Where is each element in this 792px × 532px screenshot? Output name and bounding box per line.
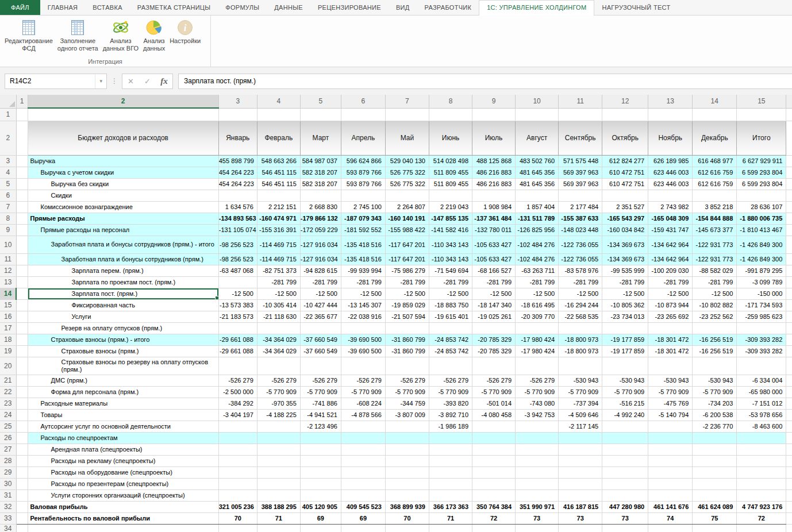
cell[interactable]: 526 775 322 <box>385 178 429 190</box>
cell[interactable]: -20 309 770 <box>516 311 559 322</box>
cell[interactable] <box>516 467 559 478</box>
cell[interactable] <box>16 467 28 478</box>
cell-overflow[interactable] <box>786 501 792 512</box>
cell[interactable] <box>218 421 257 432</box>
cell[interactable]: 626 189 985 <box>648 155 693 167</box>
column-header-7[interactable]: 7 <box>385 95 429 108</box>
cell[interactable] <box>341 322 385 334</box>
row-header[interactable]: 30 <box>0 478 16 489</box>
cell[interactable]: -259 985 623 <box>737 311 786 322</box>
cell[interactable]: 455 898 799 <box>218 155 257 167</box>
row-label[interactable]: Форма для персонала (прям.) <box>28 386 218 398</box>
cell[interactable]: -127 916 034 <box>300 236 341 253</box>
cell[interactable]: -37 660 549 <box>300 334 341 345</box>
cell[interactable]: -5 140 794 <box>648 409 693 421</box>
month-header-cell[interactable]: Сентябрь <box>559 121 602 155</box>
cell[interactable] <box>341 455 385 467</box>
cell[interactable]: -134 642 964 <box>648 253 693 265</box>
cell[interactable]: 596 624 866 <box>341 155 385 167</box>
cell[interactable]: 610 472 751 <box>602 178 648 190</box>
cell[interactable] <box>257 322 300 334</box>
cell[interactable] <box>341 432 385 444</box>
row-header[interactable]: 3 <box>0 155 16 167</box>
cell[interactable] <box>257 421 300 432</box>
cell[interactable]: -10 305 414 <box>257 299 300 311</box>
month-header-cell[interactable]: Декабрь <box>693 121 737 155</box>
cell[interactable]: 70 <box>218 512 257 524</box>
cell-overflow[interactable] <box>786 276 792 288</box>
cell-overflow[interactable] <box>786 455 792 467</box>
cell[interactable] <box>602 190 648 201</box>
cell[interactable] <box>16 455 28 467</box>
row-header[interactable]: 16 <box>0 311 16 322</box>
cell[interactable] <box>737 478 786 489</box>
cell[interactable] <box>300 357 341 375</box>
cell[interactable]: 454 264 223 <box>218 178 257 190</box>
cell[interactable]: 529 040 130 <box>385 155 429 167</box>
cell[interactable] <box>300 524 341 532</box>
cell-overflow[interactable] <box>786 334 792 345</box>
cell[interactable]: -13 145 307 <box>341 299 385 311</box>
cell[interactable]: -10 427 444 <box>300 299 341 311</box>
row-header[interactable]: 26 <box>0 432 16 444</box>
row-header[interactable]: 34 <box>0 524 16 532</box>
cell[interactable]: -4 878 566 <box>341 409 385 421</box>
cell[interactable] <box>429 489 472 501</box>
cell[interactable]: 511 809 455 <box>429 178 472 190</box>
cell[interactable] <box>516 524 559 532</box>
cell[interactable] <box>472 478 516 489</box>
cell[interactable]: 582 318 207 <box>300 167 341 178</box>
cell[interactable] <box>385 432 429 444</box>
row-header[interactable]: 12 <box>0 265 16 276</box>
month-header-cell[interactable]: Май <box>385 121 429 155</box>
cell[interactable] <box>341 421 385 432</box>
cell[interactable] <box>648 524 693 532</box>
row-label[interactable]: Фиксированная часть <box>28 299 218 311</box>
cell[interactable]: -131 511 789 <box>516 213 559 224</box>
ribbon-tab-2[interactable]: ВСТАВКА <box>85 0 129 15</box>
cell[interactable] <box>693 489 737 501</box>
cell[interactable] <box>559 108 602 121</box>
cell[interactable]: -18 147 340 <box>472 299 516 311</box>
cell[interactable] <box>385 108 429 121</box>
row-label[interactable]: Выручка без скидки <box>28 178 218 190</box>
cell[interactable] <box>472 489 516 501</box>
cell[interactable]: 2 177 484 <box>559 201 602 213</box>
cell-overflow[interactable] <box>786 155 792 167</box>
cell[interactable]: -344 759 <box>385 398 429 409</box>
cell[interactable] <box>472 524 516 532</box>
row-header[interactable]: 27 <box>0 444 16 455</box>
row-header[interactable]: 32 <box>0 501 16 512</box>
cell[interactable] <box>516 489 559 501</box>
cell[interactable]: -22 038 916 <box>341 311 385 322</box>
cell[interactable]: -12 500 <box>218 288 257 299</box>
ribbon-button-3[interactable]: Анализданных <box>141 17 167 53</box>
cell[interactable]: -135 418 516 <box>341 236 385 253</box>
cell[interactable]: -23 265 692 <box>648 311 693 322</box>
cell[interactable] <box>559 467 602 478</box>
row-label[interactable]: Расходные материалы <box>28 398 218 409</box>
cell[interactable]: 70 <box>385 512 429 524</box>
cell[interactable] <box>218 276 257 288</box>
cell[interactable]: -608 224 <box>341 398 385 409</box>
cell[interactable] <box>516 455 559 467</box>
cell[interactable]: 69 <box>300 512 341 524</box>
row-header[interactable]: 4 <box>0 167 16 178</box>
cell[interactable]: 3 852 218 <box>693 201 737 213</box>
cell[interactable]: -122 931 773 <box>693 253 737 265</box>
cell[interactable] <box>559 357 602 375</box>
cell[interactable]: -68 166 527 <box>472 265 516 276</box>
cell[interactable]: 461 141 676 <box>648 501 693 512</box>
cell[interactable] <box>472 357 516 375</box>
cell[interactable]: -10 805 362 <box>602 299 648 311</box>
cell[interactable] <box>472 432 516 444</box>
cell[interactable]: 483 502 760 <box>516 155 559 167</box>
cell[interactable] <box>16 524 28 532</box>
cell[interactable]: 569 397 963 <box>559 178 602 190</box>
cell[interactable] <box>16 398 28 409</box>
cell[interactable]: -187 079 343 <box>341 213 385 224</box>
cell[interactable]: 71 <box>429 512 472 524</box>
cell[interactable] <box>648 108 693 121</box>
cell[interactable] <box>257 478 300 489</box>
cell[interactable] <box>737 357 786 375</box>
